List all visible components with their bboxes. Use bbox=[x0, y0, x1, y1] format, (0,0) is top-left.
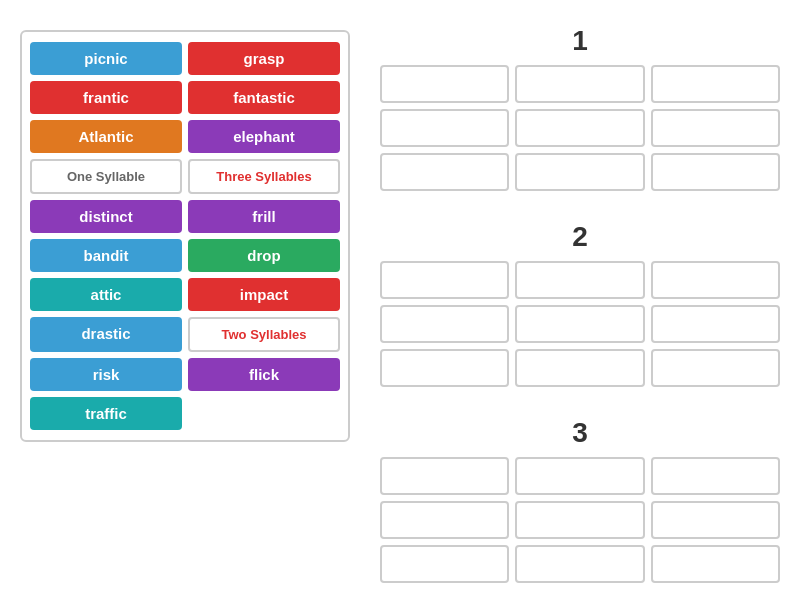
drop-grid-1 bbox=[380, 65, 780, 191]
drop-cell[interactable] bbox=[380, 261, 509, 299]
drop-cell[interactable] bbox=[651, 457, 780, 495]
group-number-3: 3 bbox=[380, 417, 780, 449]
drop-cell[interactable] bbox=[380, 109, 509, 147]
group-number-2: 2 bbox=[380, 221, 780, 253]
word-tile[interactable]: bandit bbox=[30, 239, 182, 272]
drop-cell[interactable] bbox=[515, 501, 644, 539]
word-tile[interactable]: frantic bbox=[30, 81, 182, 114]
word-tile[interactable]: fantastic bbox=[188, 81, 340, 114]
word-tile[interactable]: impact bbox=[188, 278, 340, 311]
drop-cell[interactable] bbox=[380, 65, 509, 103]
word-tile[interactable]: One Syllable bbox=[30, 159, 182, 194]
drop-grid-2 bbox=[380, 261, 780, 387]
word-tile[interactable]: flick bbox=[188, 358, 340, 391]
drop-cell[interactable] bbox=[515, 305, 644, 343]
drop-cell[interactable] bbox=[380, 153, 509, 191]
drop-cell[interactable] bbox=[651, 65, 780, 103]
word-panel: picnicgraspfranticfantasticAtlanticeleph… bbox=[20, 30, 350, 442]
main-container: picnicgraspfranticfantasticAtlanticeleph… bbox=[0, 0, 800, 600]
group-section-3: 3 bbox=[380, 417, 780, 583]
drop-cell[interactable] bbox=[651, 501, 780, 539]
drop-cell[interactable] bbox=[380, 501, 509, 539]
word-tile[interactable]: drop bbox=[188, 239, 340, 272]
word-tile[interactable]: traffic bbox=[30, 397, 182, 430]
drop-cell[interactable] bbox=[651, 153, 780, 191]
word-tile[interactable]: Atlantic bbox=[30, 120, 182, 153]
drop-cell[interactable] bbox=[380, 545, 509, 583]
drop-cell[interactable] bbox=[380, 457, 509, 495]
drop-cell[interactable] bbox=[515, 65, 644, 103]
word-tile[interactable]: frill bbox=[188, 200, 340, 233]
word-tile[interactable]: Three Syllables bbox=[188, 159, 340, 194]
drop-cell[interactable] bbox=[515, 109, 644, 147]
drop-panel: 123 bbox=[380, 20, 780, 583]
drop-cell[interactable] bbox=[515, 153, 644, 191]
word-tile[interactable]: Two Syllables bbox=[188, 317, 340, 352]
drop-cell[interactable] bbox=[515, 349, 644, 387]
drop-cell[interactable] bbox=[651, 545, 780, 583]
word-tile[interactable]: grasp bbox=[188, 42, 340, 75]
drop-cell[interactable] bbox=[651, 305, 780, 343]
word-tile[interactable]: distinct bbox=[30, 200, 182, 233]
drop-grid-3 bbox=[380, 457, 780, 583]
group-number-1: 1 bbox=[380, 25, 780, 57]
drop-cell[interactable] bbox=[515, 457, 644, 495]
drop-cell[interactable] bbox=[651, 109, 780, 147]
group-section-1: 1 bbox=[380, 25, 780, 191]
drop-cell[interactable] bbox=[651, 349, 780, 387]
group-section-2: 2 bbox=[380, 221, 780, 387]
word-tile[interactable]: elephant bbox=[188, 120, 340, 153]
word-tile[interactable]: drastic bbox=[30, 317, 182, 352]
drop-cell[interactable] bbox=[380, 305, 509, 343]
word-tile[interactable]: attic bbox=[30, 278, 182, 311]
drop-cell[interactable] bbox=[515, 261, 644, 299]
drop-cell[interactable] bbox=[380, 349, 509, 387]
drop-cell[interactable] bbox=[651, 261, 780, 299]
word-tile[interactable]: risk bbox=[30, 358, 182, 391]
drop-cell[interactable] bbox=[515, 545, 644, 583]
word-tile[interactable]: picnic bbox=[30, 42, 182, 75]
